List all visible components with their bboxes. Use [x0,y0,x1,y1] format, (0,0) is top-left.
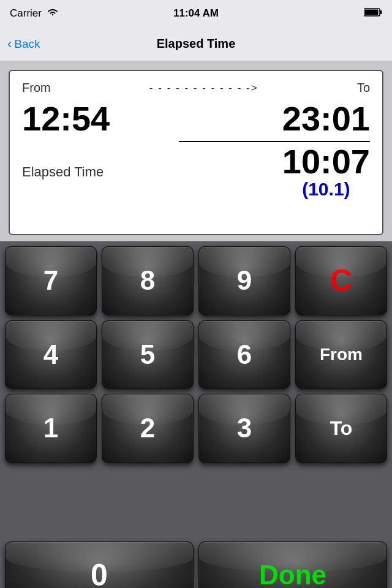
elapsed-label: Elapsed Time [22,164,104,180]
key-clear[interactable]: C [295,246,387,315]
key-1[interactable]: 1 [5,394,97,463]
times-row: 12:54 23:01 [22,99,370,138]
carrier-label: Carrier [10,7,42,20]
key-9[interactable]: 9 [198,246,290,315]
key-from[interactable]: From [295,320,387,390]
key-done[interactable]: Done [198,541,387,588]
key-6[interactable]: 6 [198,320,290,390]
status-time: 11:04 AM [173,7,219,20]
status-bar: Carrier 11:04 AM [0,0,392,27]
wifi-icon [47,7,59,20]
to-time-value: 23:01 [282,99,370,138]
arrow-indicator: - - - - - - - - - - - -> [51,82,357,94]
display-panel: From - - - - - - - - - - - -> To 12:54 2… [9,70,383,235]
back-button[interactable]: ‹ Back [7,36,40,52]
keypad: 7 8 9 C 4 5 6 From 1 2 3 To [0,241,392,541]
time-header-row: From - - - - - - - - - - - -> To [22,81,370,95]
elapsed-values: 10:07 (10.1) [282,145,370,200]
bottom-row: 0 Done [0,541,392,588]
elapsed-time-value: 10:07 [282,145,370,179]
key-3[interactable]: 3 [198,394,290,463]
nav-bar: ‹ Back Elapsed Time [0,27,392,61]
from-header-label: From [22,81,51,95]
key-2[interactable]: 2 [102,394,194,463]
elapsed-row: Elapsed Time 10:07 (10.1) [22,145,370,200]
svg-rect-1 [380,10,382,14]
key-5[interactable]: 5 [102,320,194,390]
svg-rect-2 [365,10,379,15]
elapsed-decimal-value: (10.1) [282,179,370,200]
to-header-label: To [357,81,370,95]
key-8[interactable]: 8 [102,246,194,315]
key-7[interactable]: 7 [5,246,97,315]
nav-title: Elapsed Time [157,37,236,51]
back-chevron-icon: ‹ [7,36,12,52]
key-0[interactable]: 0 [5,541,194,588]
key-4[interactable]: 4 [5,320,97,390]
battery-icon [364,7,382,20]
key-to[interactable]: To [295,394,387,463]
from-time-value: 12:54 [22,99,110,138]
back-label: Back [14,37,40,51]
